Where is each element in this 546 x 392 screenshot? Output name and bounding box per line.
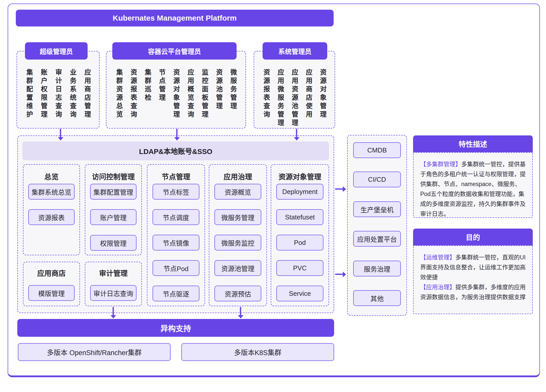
role-panel-container-cloud-admin: 集群资源总览 资源报表查询 集群巡检 节点管理 资源对象管理 应用概览查询 监控… [106,51,246,129]
module-item: 资源池管理 [214,260,261,276]
role-permission-list: 集群配置维护 账户权限管理 审计日志查询 业务系统查询 应用商店管理 [26,69,90,119]
flow-arrow-down-icon [113,307,114,315]
module-item: 账户管理 [90,209,137,225]
role-header-container-cloud-admin: 容器云平台管理员 [112,42,237,60]
role-permission: 集群巡检 [144,69,151,119]
module-item: 节点驱逐 [153,286,199,301]
module-title: 总览 [23,171,79,181]
role-permission: 节点管理 [158,69,165,119]
role-permission-list: 集群资源总览 资源报表查询 集群巡检 节点管理 资源对象管理 应用概览查询 监控… [116,69,236,119]
integration-item: 应用处置平台 [353,231,401,247]
role-permission-list: 资源报表查询 应用微服务管理 应用资源池管理 应用商店使用 资源对象管理 [263,69,326,128]
module-item: 微服务管理 [214,209,261,225]
module-item: 资源报表 [28,209,75,225]
flow-arrow-down-icon [296,129,297,137]
module-item: PVC [276,260,323,276]
role-permission: 集群资源总览 [116,69,122,119]
role-permission: 应用概览查询 [187,69,194,119]
module-item: 集群配置管理 [90,184,137,200]
role-permission: 资源报表查询 [130,69,137,119]
module-title: 应用商店 [23,268,79,278]
role-permission: 资源对象管理 [173,69,179,119]
role-permission: 应用商店管理 [84,69,90,119]
integration-item: 生产堡垒机 [353,201,401,217]
module-item: Service [276,286,323,301]
role-permission: 应用商店使用 [305,69,312,128]
integrations-panel: CMDB CI/CD 生产堡垒机 应用处置平台 服务治理 其他 [347,135,407,316]
integration-item: CI/CD [353,172,401,187]
role-panel-system-admin: 资源报表查询 应用微服务管理 应用资源池管理 应用商店使用 资源对象管理 [254,51,335,129]
role-permission: 应用资源池管理 [291,69,298,128]
feature-panel-body: 【多集群管理】多集群统一管控，提供基于角色的多租户统一认证与权限管理，提供集群、… [413,152,533,218]
flow-arrow-down-icon [240,307,241,315]
module-panel-audit: 审计管理 审计日志查询 [85,262,142,306]
diagram-canvas: Kubernates Management Platform 集群配置维护 账户… [0,0,546,392]
module-item: 模版管理 [28,285,75,301]
cluster-box-k8s: 多版本K8S集群 [181,343,334,361]
flow-arrow-down-icon [176,129,178,137]
module-panel-node-management: 节点管理 节点标签 节点调度 节点镜像 节点Pod 节点驱逐 [147,164,205,306]
integration-item: CMDB [353,142,401,158]
integration-item: 服务治理 [353,261,401,276]
role-permission: 集群配置维护 [26,69,32,119]
module-title: 应用治理 [209,171,266,181]
module-item: 权限管理 [90,235,137,251]
role-permission: 应用微服务管理 [277,69,284,128]
module-item: 节点标签 [153,184,199,200]
module-item: 节点Pod [153,260,199,276]
auth-bar: LDAP&本地账号&SSO [22,142,329,160]
module-item: 资源概览 [214,184,261,200]
role-header-system-admin: 系统管理员 [263,42,327,60]
module-panel-overview: 总览 集群系统总览 资源报表 [23,164,80,255]
module-panel-access-control: 访问控制管理 集群配置管理 账户管理 权限管理 [85,164,142,255]
role-permission: 账户权限管理 [40,69,47,119]
role-permission: 审计日志查询 [55,69,61,119]
role-header-super-admin: 超级管理员 [25,42,88,60]
module-panel-resource-objects: 资源对象管理 Deployment Statefuset Pod PVC Ser… [271,164,329,306]
module-item: 微服务监控 [214,235,261,250]
module-panel-app-governance: 应用治理 资源概览 微服务管理 微服务监控 资源池管理 资源预估 [209,164,267,306]
role-permission: 资源池管理 [215,69,222,119]
purpose-panel-header: 目的 [413,229,533,245]
module-item: Statefuset [276,209,323,225]
purpose-panel-body: 【运维管理】多集群统一管控，直观的UI界面支持及信息整合，让运维工作更加高效便捷… [413,245,533,314]
module-item: 节点镜像 [153,235,199,250]
module-item: 集群系统总览 [28,184,75,200]
role-permission: 业务系统查询 [69,69,76,119]
purpose-tag: 【运维管理】 [420,254,455,261]
module-title: 访问控制管理 [85,171,141,181]
module-item: 资源预估 [214,286,261,301]
role-permission: 微服务管理 [230,69,236,119]
flow-arrow-right-icon [335,188,343,190]
module-title: 审计管理 [85,268,141,278]
module-item: 节点调度 [153,209,199,225]
feature-panel-header: 特性描述 [413,135,533,152]
role-permission: 资源报表查询 [263,69,269,128]
module-item: Pod [276,235,323,250]
purpose-tag: 【应用治理】 [420,284,455,290]
role-permission: 资源对象管理 [319,69,326,128]
hetero-support-banner: 异构支持 [17,319,334,337]
role-panel-super-admin: 集群配置维护 账户权限管理 审计日志查询 业务系统查询 应用商店管理 [17,51,100,129]
module-title: 节点管理 [147,171,204,181]
module-item: Deployment [276,184,323,200]
role-permission: 监控面板管理 [201,69,208,119]
feature-text: 多集群统一管控，提供基于角色的多租户统一认证与权限管理，提供集群、节点、name… [420,161,526,217]
flow-arrow-right-icon [335,274,343,275]
feature-tag: 【多集群管理】 [420,161,461,167]
cluster-box-openshift-rancher: 多版本 OpenShift/Rancher集群 [18,343,171,361]
module-item: 审计日志查询 [90,285,137,301]
module-title: 资源对象管理 [271,171,329,181]
flow-arrow-down-icon [60,129,61,137]
platform-title-banner: Kubernates Management Platform [16,10,334,26]
integration-item: 其他 [353,290,401,306]
module-panel-app-store: 应用商店 模版管理 [23,262,80,306]
